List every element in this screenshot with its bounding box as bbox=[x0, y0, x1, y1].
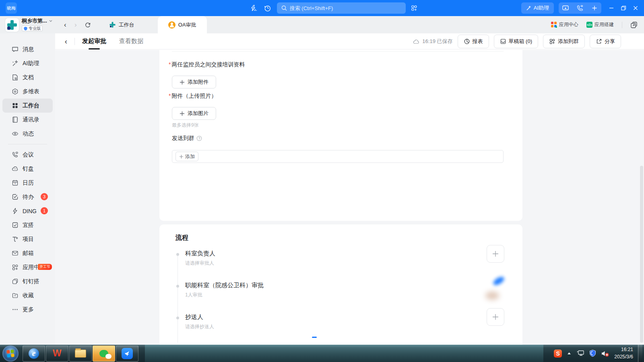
start-button[interactable] bbox=[2, 346, 19, 362]
app-center-icon bbox=[551, 22, 557, 28]
sidebar-item-docs[interactable]: 文档 bbox=[2, 70, 53, 84]
stacked-squares-icon bbox=[12, 278, 19, 285]
org-logo[interactable] bbox=[5, 18, 19, 32]
multidim-table-icon bbox=[12, 88, 19, 95]
add-to-group-button[interactable]: 添加到群 bbox=[543, 35, 585, 48]
blurred-approver-avatar[interactable] bbox=[484, 277, 506, 307]
nav-forward-button[interactable]: › bbox=[70, 21, 81, 29]
show-desktop-button[interactable] bbox=[638, 345, 642, 362]
add-group-mini-button[interactable]: 添加 bbox=[175, 152, 198, 161]
flow-connector-line bbox=[178, 256, 178, 343]
ai-assistant-button[interactable]: AI助理 bbox=[521, 2, 554, 14]
eye-icon bbox=[12, 130, 19, 137]
pop-out-icon[interactable] bbox=[630, 21, 638, 29]
tray-expand-icon[interactable] bbox=[567, 352, 572, 356]
windows-taskbar: e W S 16:21 2025/3/6 bbox=[0, 345, 644, 362]
network-signal-icon[interactable] bbox=[249, 4, 258, 12]
volume-muted-tray-icon[interactable] bbox=[601, 350, 609, 357]
security-shield-tray-icon[interactable] bbox=[589, 350, 596, 357]
plus-icon bbox=[492, 250, 499, 257]
nav-back-button[interactable]: ‹ bbox=[60, 21, 70, 29]
search-input[interactable] bbox=[277, 2, 406, 14]
envelope-icon bbox=[12, 250, 19, 257]
grid-add-icon[interactable] bbox=[410, 4, 419, 12]
add-image-button[interactable]: 添加图片 bbox=[172, 107, 216, 120]
sidebar-item-dingding-da[interactable]: 钉钉搭 bbox=[2, 274, 53, 288]
global-search[interactable] bbox=[277, 2, 406, 14]
tab-oa-approval[interactable]: OA审批 bbox=[158, 16, 207, 33]
add-approver-button[interactable] bbox=[487, 245, 504, 263]
taskbar-wechat-button[interactable] bbox=[93, 346, 115, 362]
screencast-icon[interactable] bbox=[561, 4, 570, 12]
taskbar-ie-button[interactable]: e bbox=[23, 346, 45, 362]
dingtalk-icon bbox=[122, 348, 133, 359]
sogou-tray-icon[interactable]: S bbox=[554, 350, 562, 358]
add-cc-button[interactable] bbox=[487, 308, 504, 326]
workbench-cross-icon bbox=[109, 21, 116, 28]
contacts-book-icon bbox=[12, 116, 19, 123]
save-status: 16:19 已保存 bbox=[413, 38, 452, 45]
content-header: ‹ 发起审批 查看数据 16:19 已保存 报表 草稿箱 (0) 添加到群 分享 bbox=[55, 33, 644, 49]
sidebar-item-more[interactable]: 更多 bbox=[2, 302, 53, 317]
max-select-hint: 最多选择9张 bbox=[172, 122, 199, 129]
flow-step-approver[interactable]: 科室负责人 请选择审批人 bbox=[185, 250, 215, 267]
add-attachment-button[interactable]: 添加附件 bbox=[172, 76, 216, 88]
plus-icon bbox=[492, 313, 499, 321]
sidebar-item-projects[interactable]: 项目 bbox=[2, 232, 53, 246]
flow-card: 流程 科室负责人 请选择审批人 职能科室（院感公卫科）审批 1人审批 抄送人 请… bbox=[159, 224, 522, 362]
close-button[interactable] bbox=[630, 2, 642, 14]
taskbar-wps-button[interactable]: W bbox=[46, 346, 68, 362]
drafts-button[interactable]: 草稿箱 (0) bbox=[494, 35, 539, 48]
festival-tag: 开工节 bbox=[38, 264, 52, 270]
yida-box-icon bbox=[12, 222, 19, 228]
history-icon[interactable] bbox=[263, 4, 272, 12]
sidebar-item-calendar[interactable]: 6 日历 bbox=[2, 176, 53, 190]
maximize-button[interactable] bbox=[617, 2, 630, 14]
sidebar-item-app-center[interactable]: 应用中心 开工节 bbox=[2, 260, 53, 274]
report-button[interactable]: 报表 bbox=[458, 35, 489, 48]
sidebar-item-todo[interactable]: 待办 3 bbox=[2, 190, 53, 204]
sidebar-item-ding[interactable]: DING 1 bbox=[2, 204, 53, 218]
sidebar-item-workbench[interactable]: 工作台 bbox=[2, 99, 53, 113]
tray-clock[interactable]: 16:21 2025/3/6 bbox=[614, 346, 633, 360]
plus-icon[interactable] bbox=[590, 4, 599, 12]
sidebar-item-drive[interactable]: 钉盘 bbox=[2, 162, 53, 176]
sidebar-item-ai-assistant[interactable]: AI助理 bbox=[2, 56, 53, 70]
sidebar-item-yida[interactable]: 宜搭 bbox=[2, 218, 53, 232]
scrollbar-thumb[interactable] bbox=[640, 166, 643, 343]
org-name: 桐乡市第... bbox=[22, 17, 47, 25]
divider bbox=[8, 144, 47, 144]
tab-workbench[interactable]: 工作台 bbox=[99, 16, 145, 33]
sidebar-item-favorites[interactable]: 收藏 bbox=[2, 288, 53, 302]
help-circle-icon[interactable] bbox=[196, 136, 202, 141]
sidebar-item-mail[interactable]: 邮箱 bbox=[2, 246, 53, 260]
plus-icon bbox=[180, 80, 185, 85]
taskbar-dingtalk-button[interactable] bbox=[116, 346, 138, 362]
content-back-button[interactable]: ‹ bbox=[60, 37, 72, 46]
org-switcher[interactable]: 桐乡市第... 专业版 bbox=[22, 17, 53, 32]
content-body: * 两任监控员之间交接培训资料 添加附件 * 附件（上传照片） 添加图片 最多选… bbox=[55, 50, 644, 345]
sidebar-item-messages[interactable]: 消息 bbox=[2, 42, 53, 56]
sidebar-item-contacts[interactable]: 通讯录 bbox=[2, 113, 53, 127]
tab-view-data[interactable]: 查看数据 bbox=[119, 33, 143, 49]
app-center-link[interactable]: 应用中心 bbox=[551, 21, 578, 28]
tab-initiate-approval[interactable]: 发起审批 bbox=[82, 33, 106, 49]
share-button[interactable]: 分享 bbox=[590, 35, 621, 48]
oa-approval-icon bbox=[168, 21, 175, 29]
phone-call-icon[interactable] bbox=[576, 4, 584, 12]
refresh-button[interactable] bbox=[83, 22, 93, 28]
flow-step-cc[interactable]: 抄送人 请选择抄送人 bbox=[185, 313, 214, 330]
field-label-training-material: * 两任监控员之间交接培训资料 bbox=[169, 61, 245, 68]
required-asterisk: * bbox=[169, 61, 171, 68]
sidebar-item-multidim-table[interactable]: 多维表 bbox=[2, 84, 53, 99]
app-build-link[interactable]: </> 应用搭建 bbox=[586, 21, 614, 28]
network-tray-icon[interactable] bbox=[576, 350, 584, 357]
sidebar-item-moments[interactable]: 动态 bbox=[2, 127, 53, 141]
app-center-grid-icon bbox=[12, 264, 19, 271]
taskbar-explorer-button[interactable] bbox=[69, 346, 92, 362]
sidebar-item-meetings[interactable]: 会议 bbox=[2, 148, 53, 162]
field-label-photo-attachment: * 附件（上传照片） bbox=[169, 93, 217, 100]
flow-step-functional-dept[interactable]: 职能科室（院感公卫科）审批 1人审批 bbox=[185, 282, 264, 298]
app-avatar-badge[interactable]: 晓梅 bbox=[6, 2, 17, 14]
minimize-button[interactable] bbox=[605, 2, 617, 14]
